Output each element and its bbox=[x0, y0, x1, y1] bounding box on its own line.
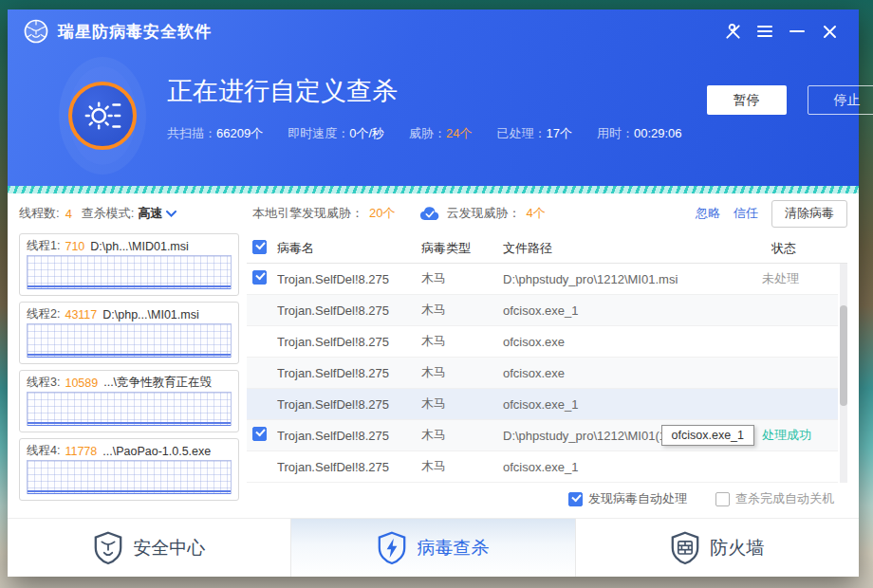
tab-label: 病毒查杀 bbox=[417, 536, 489, 560]
threads-panel: 线程1: 710 D:\ph...\MID01.msi 线程2: 43117 D… bbox=[19, 233, 239, 518]
thread-activity-graph bbox=[27, 460, 232, 494]
close-button[interactable] bbox=[813, 17, 845, 46]
table-row[interactable]: Trojan.SelfDel!8.275 木马 D:\phpstudy_pro\… bbox=[247, 264, 838, 295]
col-virus-name: 病毒名 bbox=[277, 240, 421, 257]
table-scrollbar[interactable] bbox=[840, 264, 847, 483]
minimize-button[interactable] bbox=[781, 17, 813, 46]
stat-handled: 已处理：17个 bbox=[496, 125, 571, 142]
tab-security-center[interactable]: 安全中心 bbox=[8, 519, 290, 577]
content-area: 线程数: 4 查杀模式: 高速 本地引擎发现威胁： 20个 bbox=[8, 193, 859, 518]
titlebar: 瑞星防病毒安全软件 bbox=[8, 9, 859, 53]
select-all-checkbox[interactable] bbox=[252, 240, 267, 254]
tools-button[interactable] bbox=[716, 17, 749, 46]
tab-firewall[interactable]: 防火墙 bbox=[576, 519, 859, 577]
auto-shutdown-label: 查杀完成自动关机 bbox=[735, 490, 834, 507]
thread-label: 线程2: bbox=[27, 306, 60, 322]
thread-card-3: 线程3: 10589 ...\竞争性教育正在毁 bbox=[19, 370, 239, 432]
col-virus-type: 病毒类型 bbox=[421, 240, 503, 257]
clear-virus-button[interactable]: 清除病毒 bbox=[771, 200, 847, 228]
thread-label: 线程1: bbox=[27, 238, 60, 254]
scan-toolbar: 线程数: 4 查杀模式: 高速 本地引擎发现威胁： 20个 bbox=[19, 193, 847, 233]
lightning-shield-icon bbox=[377, 531, 407, 565]
thread-count: 43117 bbox=[65, 308, 97, 322]
main-panels: 线程1: 710 D:\ph...\MID01.msi 线程2: 43117 D… bbox=[19, 233, 847, 518]
virus-table-header: 病毒名 病毒类型 文件路径 状态 bbox=[247, 233, 847, 264]
pause-button[interactable]: 暂停 bbox=[707, 85, 787, 115]
thread-activity-graph bbox=[27, 323, 232, 358]
scan-title: 正在进行自定义查杀 bbox=[167, 74, 707, 108]
tools-icon bbox=[724, 23, 742, 41]
menu-icon bbox=[756, 25, 773, 38]
stat-elapsed: 用时：00:29:06 bbox=[597, 125, 682, 142]
col-status: 状态 bbox=[771, 240, 844, 257]
tab-virus-scan[interactable]: 病毒查杀 bbox=[290, 519, 575, 577]
scan-actions: 暂停 停止 bbox=[707, 64, 873, 115]
thread-path: ...\PaoPao-1.0.5.exe bbox=[102, 445, 211, 458]
menu-button[interactable] bbox=[749, 17, 781, 46]
minimize-icon bbox=[789, 29, 805, 33]
status-badge: 未处理 bbox=[762, 270, 834, 287]
mode-value: 高速 bbox=[138, 205, 162, 222]
thread-settings: 线程数: 4 查杀模式: 高速 bbox=[19, 205, 239, 222]
scan-badge bbox=[68, 66, 137, 165]
col-file-path: 文件路径 bbox=[503, 240, 771, 257]
firewall-shield-icon bbox=[670, 531, 700, 565]
stop-button[interactable]: 停止 bbox=[808, 85, 873, 115]
row-checkbox[interactable] bbox=[252, 270, 267, 285]
scan-status: 正在进行自定义查杀 共扫描：66209个 即时速度：0个/秒 威胁：24个 已处… bbox=[167, 64, 707, 142]
tab-label: 防火墙 bbox=[710, 536, 764, 560]
scan-progress-stripe bbox=[8, 186, 859, 193]
stat-speed: 即时速度：0个/秒 bbox=[288, 125, 384, 142]
thread-activity-graph bbox=[27, 255, 232, 289]
stat-threats: 威胁：24个 bbox=[409, 125, 472, 142]
scan-stats: 共扫描：66209个 即时速度：0个/秒 威胁：24个 已处理：17个 用时：0 bbox=[167, 125, 707, 142]
antivirus-window: 瑞星防病毒安全软件 bbox=[8, 9, 859, 577]
table-row[interactable]: Trojan.SelfDel!8.275 木马 D:\phpstudy_pro\… bbox=[247, 420, 838, 451]
cloud-threats-value: 4个 bbox=[526, 205, 545, 222]
header-block: 瑞星防病毒安全软件 bbox=[8, 9, 859, 186]
table-row[interactable]: Trojan.SelfDel!8.275 木马 ofcisox.exe bbox=[247, 326, 838, 358]
thread-label: 线程3: bbox=[27, 375, 60, 391]
ignore-link[interactable]: 忽略 bbox=[696, 205, 720, 222]
thread-activity-graph bbox=[27, 392, 232, 426]
thread-card-2: 线程2: 43117 D:\php...\MI01.msi bbox=[19, 302, 239, 364]
thread-count: 710 bbox=[65, 240, 84, 253]
table-row-highlighted[interactable]: Trojan.SelfDel!8.275 木马 ofcisox.exe_1 bbox=[247, 389, 838, 420]
scrollbar-thumb[interactable] bbox=[840, 305, 847, 406]
table-row[interactable]: Trojan.SelfDel!8.275 木马 ofcisox.exe bbox=[247, 358, 838, 389]
thread-count: 10589 bbox=[65, 377, 98, 390]
scan-options: 发现病毒自动处理 查杀完成自动关机 bbox=[247, 483, 847, 515]
lion-shield-icon bbox=[93, 531, 123, 565]
virus-results-panel: 病毒名 病毒类型 文件路径 状态 Trojan.SelfDel!8.275 木马… bbox=[247, 233, 847, 518]
auto-handle-option[interactable]: 发现病毒自动处理 bbox=[568, 490, 687, 507]
trust-link[interactable]: 信任 bbox=[734, 205, 758, 222]
local-threats-value: 20个 bbox=[369, 205, 395, 222]
thread-path: D:\php...\MI01.msi bbox=[102, 308, 198, 322]
scan-mode-dropdown[interactable]: 高速 bbox=[138, 205, 176, 222]
thread-label: 线程4: bbox=[27, 443, 60, 459]
auto-handle-checkbox[interactable] bbox=[568, 492, 583, 506]
cloud-check-icon bbox=[419, 207, 440, 221]
stat-scanned: 共扫描：66209个 bbox=[167, 125, 263, 142]
scan-badge-ring bbox=[68, 82, 137, 150]
threads-label: 线程数: bbox=[19, 205, 60, 222]
cloud-threats-label: 云发现威胁： bbox=[446, 205, 520, 222]
path-tooltip: ofcisox.exe_1 bbox=[661, 425, 754, 446]
auto-shutdown-option[interactable]: 查杀完成自动关机 bbox=[715, 490, 834, 507]
table-row[interactable]: Trojan.SelfDel!8.275 木马 ofcisox.exe_1 bbox=[247, 295, 838, 326]
row-checkbox[interactable] bbox=[252, 427, 267, 441]
threat-summary: 本地引擎发现威胁： 20个 云发现威胁： 4个 bbox=[252, 205, 546, 222]
close-icon bbox=[823, 25, 837, 39]
app-logo-lion-icon bbox=[23, 18, 49, 45]
mode-label: 查杀模式: bbox=[82, 205, 135, 222]
virus-table-body: Trojan.SelfDel!8.275 木马 D:\phpstudy_pro\… bbox=[247, 264, 847, 483]
table-row[interactable]: Trojan.SelfDel!8.275 木马 ofcisox.exe_1 bbox=[247, 451, 838, 483]
desktop-background: 瑞星防病毒安全软件 bbox=[0, 0, 873, 588]
thread-path: ...\竞争性教育正在毁 bbox=[103, 375, 212, 391]
custom-scan-gear-icon bbox=[83, 96, 122, 136]
bottom-navbar: 安全中心 病毒查杀 bbox=[8, 518, 859, 577]
status-badge-success: 处理成功 bbox=[762, 427, 834, 444]
chevron-down-icon bbox=[166, 211, 176, 217]
auto-shutdown-checkbox[interactable] bbox=[715, 492, 730, 506]
virus-table: 病毒名 病毒类型 文件路径 状态 Trojan.SelfDel!8.275 木马… bbox=[247, 233, 847, 483]
